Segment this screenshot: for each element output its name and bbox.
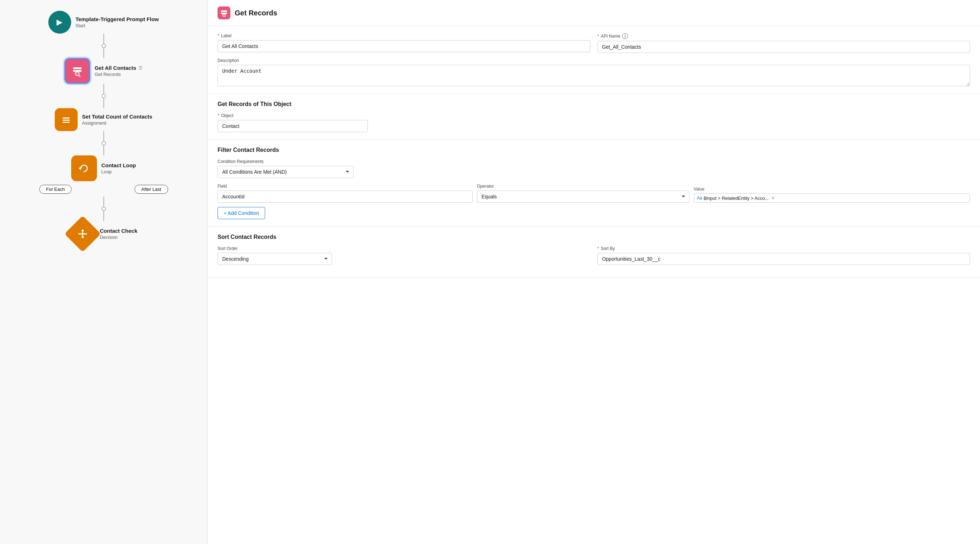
panel-title: Get Records	[235, 9, 277, 17]
description-label: Description	[218, 58, 970, 63]
condition-row-0: Field Operator Equals Not Equal To Conta…	[218, 184, 970, 203]
get-all-contacts-node: Get All Contacts ☰ Get Records	[64, 58, 142, 84]
after-last-label[interactable]: After Last	[135, 185, 168, 194]
svg-rect-0	[73, 67, 81, 69]
label-input[interactable]	[218, 40, 590, 52]
description-textarea[interactable]: Under Account	[218, 65, 970, 86]
svg-rect-12	[221, 10, 227, 12]
assignment-node-icon[interactable]	[55, 108, 78, 131]
set-total-count-label: Set Total Count of Contacts	[82, 113, 152, 120]
connector-5	[103, 131, 104, 141]
assignment-svg	[60, 114, 72, 125]
contact-check-sublabel: Decision	[100, 235, 137, 240]
condition-operator-select[interactable]: Equals Not Equal To Contains Starts With…	[477, 190, 689, 203]
start-node: ▶ Template-Triggered Prompt Flow Start	[48, 11, 159, 34]
get-contacts-info-icon[interactable]: ☰	[138, 65, 143, 70]
condition-requirements-select[interactable]: All Conditions Are Met (AND) Any Conditi…	[218, 166, 353, 178]
condition-field-group: Field	[218, 184, 473, 203]
for-each-label[interactable]: For Each	[39, 185, 72, 194]
sort-by-label: * Sort By	[598, 246, 970, 251]
properties-panel: Get Records * Label * API Name i	[207, 0, 980, 544]
connector-7	[103, 196, 104, 207]
label-api-row: * Label * API Name i	[218, 33, 970, 53]
condition-operator-group: Operator Equals Not Equal To Contains St…	[477, 184, 689, 203]
loop-node-icon[interactable]	[71, 155, 97, 181]
api-name-group: * API Name i	[598, 33, 970, 53]
sort-order-group: Sort Order Ascending Descending	[218, 246, 590, 265]
connector-3	[103, 84, 104, 94]
add-condition-button[interactable]: + Add Condition	[218, 207, 265, 219]
condition-value-wrapper[interactable]: Aa $Input > RelatedEntity > Acco... ×	[694, 193, 970, 203]
connector-4	[103, 98, 104, 108]
get-records-node-icon[interactable]	[64, 58, 90, 84]
object-input[interactable]	[218, 120, 368, 132]
dot-2	[102, 94, 106, 98]
contact-loop-sublabel: Loop	[101, 169, 136, 174]
description-group: Description Under Account	[218, 58, 970, 86]
condition-requirements-group: Condition Requirements All Conditions Ar…	[218, 159, 353, 178]
connector-8	[103, 211, 104, 221]
decision-svg	[76, 227, 89, 240]
condition-operator-label: Operator	[477, 184, 689, 189]
filter-section: Filter Contact Records Condition Require…	[207, 140, 980, 227]
flow-canvas: ▶ Template-Triggered Prompt Flow Start	[0, 0, 207, 544]
object-field-label: * Object	[218, 113, 970, 118]
svg-line-15	[225, 16, 226, 17]
start-node-label: Template-Triggered Prompt Flow	[75, 16, 159, 22]
contact-loop-section: Contact Loop Loop For Each After Last	[7, 155, 200, 247]
connector-1	[103, 34, 104, 44]
decision-node-icon[interactable]	[64, 215, 101, 252]
filter-section-title: Filter Contact Records	[218, 147, 970, 153]
condition-requirements-label: Condition Requirements	[218, 159, 353, 164]
loop-svg	[77, 161, 91, 175]
label-group: * Label	[218, 33, 590, 53]
contact-check-node: Contact Check Decision	[70, 221, 137, 247]
get-contacts-node-sublabel: Get Records	[94, 72, 142, 77]
api-name-input[interactable]	[598, 41, 970, 53]
get-contacts-node-label: Get All Contacts	[94, 65, 136, 71]
records-svg	[71, 64, 84, 77]
condition-value-tag: Aa $Input > RelatedEntity > Acco... ×	[697, 195, 775, 201]
svg-marker-7	[79, 166, 81, 170]
object-group: * Object	[218, 113, 970, 132]
svg-rect-4	[63, 118, 70, 118]
api-name-field-label: * API Name i	[598, 33, 970, 39]
sort-row: Sort Order Ascending Descending * Sort B…	[218, 246, 970, 265]
sort-order-label: Sort Order	[218, 246, 590, 251]
object-section-title: Get Records of This Object	[218, 101, 970, 107]
tag-text: $Input > RelatedEntity > Acco...	[703, 196, 768, 201]
for-each-branch: For Each	[39, 185, 72, 196]
svg-rect-6	[63, 122, 70, 123]
condition-value-group: Value Aa $Input > RelatedEntity > Acco..…	[694, 187, 970, 203]
sort-section-title: Sort Contact Records	[218, 234, 970, 240]
condition-field-label: Field	[218, 184, 473, 189]
sort-by-input[interactable]	[598, 253, 970, 265]
tag-close-icon[interactable]: ×	[772, 195, 775, 201]
dot-1	[102, 44, 106, 48]
svg-point-10	[81, 230, 84, 232]
sort-section: Sort Contact Records Sort Order Ascendin…	[207, 227, 980, 278]
start-node-sublabel: Start	[75, 23, 159, 28]
set-total-count-node: Set Total Count of Contacts Assignment	[55, 108, 152, 131]
condition-field-input[interactable]	[218, 190, 473, 203]
contact-loop-label: Contact Loop	[101, 162, 136, 168]
start-node-icon[interactable]: ▶	[48, 11, 71, 34]
dot-4	[102, 207, 106, 211]
object-section: Get Records of This Object * Object	[207, 94, 980, 140]
contact-check-label: Contact Check	[100, 228, 137, 234]
svg-point-11	[81, 236, 84, 238]
svg-line-3	[79, 75, 80, 77]
api-name-info-icon[interactable]: i	[622, 33, 628, 39]
sort-order-select[interactable]: Ascending Descending	[218, 253, 332, 265]
set-total-count-sublabel: Assignment	[82, 120, 152, 126]
label-api-section: * Label * API Name i Description Under A…	[207, 26, 980, 94]
condition-value-label: Value	[694, 187, 970, 191]
panel-header: Get Records	[207, 0, 980, 26]
panel-header-icon-svg	[220, 9, 228, 17]
after-last-branch: After Last	[135, 185, 168, 196]
panel-header-icon	[218, 6, 231, 19]
svg-rect-5	[63, 120, 70, 121]
connector-2	[103, 48, 104, 58]
tag-type-icon: Aa	[697, 196, 702, 201]
connector-6	[103, 145, 104, 155]
